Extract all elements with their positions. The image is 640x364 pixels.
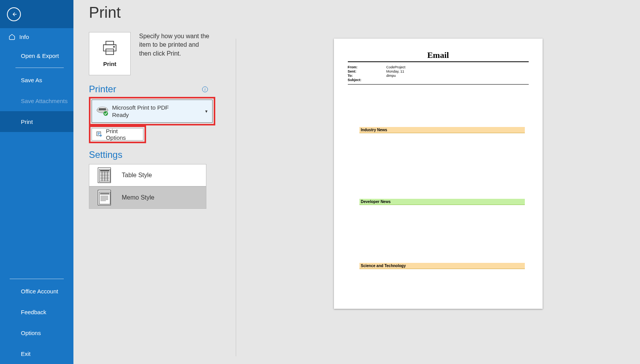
nav-options-label: Options	[21, 330, 41, 336]
info-icon[interactable]: i	[202, 86, 208, 92]
nav-feedback[interactable]: Feedback	[0, 301, 73, 322]
nav-exit-label: Exit	[21, 350, 31, 357]
printer-heading: Printer	[89, 84, 116, 95]
pv-sec1-label: Industry News	[359, 127, 525, 133]
preview-thin-hr	[348, 84, 529, 85]
pv-sec3-label: Science and Technology	[359, 263, 525, 269]
print-options-highlight: Print Options	[89, 125, 146, 143]
nav-save-as-label: Save As	[21, 77, 42, 83]
preview-title: Email	[348, 50, 529, 60]
home-icon	[9, 33, 15, 40]
printer-select[interactable]: Microsoft Print to PDF Ready ▼	[92, 100, 213, 123]
pv-subject	[386, 78, 529, 82]
print-button[interactable]: Print	[89, 32, 131, 75]
nav-exit[interactable]: Exit	[0, 343, 73, 364]
nav-divider-bottom	[10, 279, 64, 279]
arrow-left-icon	[10, 11, 17, 18]
table-style-icon	[98, 168, 111, 183]
print-button-label: Print	[103, 61, 116, 67]
svg-rect-10	[97, 134, 99, 135]
style-table[interactable]: Table Style	[89, 164, 206, 186]
nav-save-as[interactable]: Save As	[0, 69, 73, 90]
pv-from: CodeProject	[386, 65, 529, 69]
preview-meta: From:CodeProject Sent:Monday, 11 To:dimp…	[348, 65, 529, 82]
preview-wrap: Email From:CodeProject Sent:Monday, 11 T…	[236, 0, 640, 364]
settings-list: Table Style Memo Style	[89, 164, 236, 209]
nav-print-label: Print	[21, 119, 33, 125]
nav: Info Open & Export Save As Save Attachme…	[0, 28, 73, 132]
left-panel: Print Print Specify how you want the ite…	[73, 0, 236, 364]
svg-rect-8	[97, 133, 100, 133]
printer-status: Ready	[112, 112, 204, 118]
pv-section-1: Industry News	[359, 127, 525, 133]
pv-from-label: From:	[348, 65, 386, 69]
svg-rect-23	[100, 193, 109, 195]
pv-sent: Monday, 11	[386, 69, 529, 73]
nav-open-export-label: Open & Export	[21, 52, 59, 59]
main: Print Print Specify how you want the ite…	[73, 0, 640, 364]
svg-point-2	[114, 46, 115, 47]
svg-rect-5	[99, 108, 106, 110]
nav-save-attachments-label: Save Attachments	[21, 98, 68, 104]
style-memo[interactable]: Memo Style	[89, 186, 206, 209]
style-table-label: Table Style	[122, 172, 152, 179]
pv-subject-label: Subject:	[348, 78, 386, 82]
pv-sent-label: Sent:	[348, 69, 386, 73]
pv-to: dimpu	[386, 74, 529, 78]
print-options-label: Print Options	[106, 128, 139, 141]
settings-heading: Settings	[89, 149, 123, 160]
chevron-down-icon: ▼	[204, 109, 208, 113]
svg-point-6	[104, 111, 108, 116]
settings-heading-row: Settings	[89, 149, 208, 160]
print-options-icon	[96, 131, 103, 138]
pv-to-label: To:	[348, 74, 386, 78]
print-top-row: Print Specify how you want the item to b…	[89, 32, 236, 75]
pv-sec3-hr	[359, 269, 525, 269]
pv-section-3: Science and Technology	[359, 263, 525, 269]
svg-rect-0	[106, 41, 114, 44]
pv-section-2: Developer News	[359, 199, 525, 205]
printer-name: Microsoft Print to PDF	[112, 104, 204, 111]
printer-icon	[101, 41, 118, 56]
pv-sec1-hr	[359, 133, 525, 133]
preview-page: Email From:CodeProject Sent:Monday, 11 T…	[334, 39, 543, 309]
svg-rect-9	[97, 134, 100, 134]
nav-info-label: Info	[19, 34, 29, 40]
nav-print[interactable]: Print	[0, 111, 73, 132]
printer-device-icon	[96, 105, 109, 117]
sidebar: Info Open & Export Save As Save Attachme…	[0, 0, 73, 364]
nav-save-attachments: Save Attachments	[0, 90, 73, 111]
memo-style-icon	[98, 190, 111, 205]
print-instruction: Specify how you want the item to be prin…	[139, 32, 213, 58]
page-title: Print	[89, 4, 236, 21]
printer-heading-row: Printer i	[89, 84, 208, 95]
nav-office-account-label: Office Account	[21, 288, 58, 295]
nav-feedback-label: Feedback	[21, 309, 46, 315]
nav-open-export[interactable]: Open & Export	[0, 45, 73, 66]
pv-sec2-hr	[359, 205, 525, 205]
pv-sec2-label: Developer News	[359, 199, 525, 205]
back-button[interactable]	[7, 7, 21, 21]
nav-office-account[interactable]: Office Account	[0, 281, 73, 301]
svg-rect-12	[100, 170, 109, 171]
header-bar	[0, 0, 73, 28]
preview-hr	[348, 61, 529, 62]
printer-text: Microsoft Print to PDF Ready	[109, 104, 204, 118]
nav-divider	[15, 68, 64, 68]
nav-options[interactable]: Options	[0, 322, 73, 343]
svg-rect-1	[106, 49, 114, 54]
style-memo-label: Memo Style	[122, 194, 154, 201]
print-options-button[interactable]: Print Options	[92, 128, 143, 141]
nav-info[interactable]: Info	[0, 28, 73, 45]
printer-highlight: Microsoft Print to PDF Ready ▼	[89, 97, 215, 125]
